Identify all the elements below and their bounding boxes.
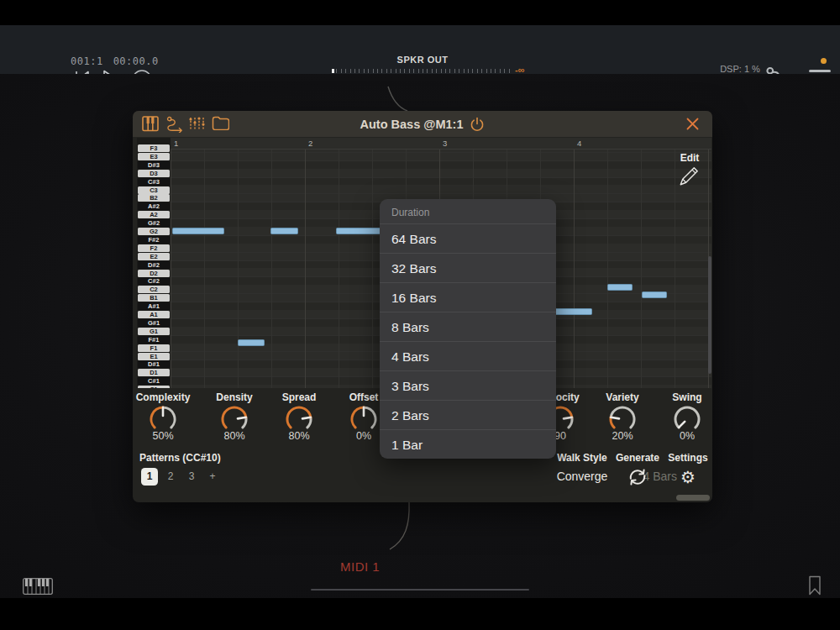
piano-view-button[interactable] [142, 116, 159, 132]
midi-note-F#1[interactable] [238, 339, 265, 346]
piano-key-label: G2 [138, 228, 170, 235]
piano-key-label: F#2 [138, 236, 170, 244]
generate-button[interactable] [627, 466, 648, 488]
meter-ticks-top [332, 69, 513, 73]
piano-key-label: C1 [138, 386, 170, 388]
piano-key-label: F2 [138, 244, 170, 252]
piano-key-label: C#3 [138, 178, 170, 186]
app-screen: ♩120 001:100:00.0 SPKR OUT -60-48-36-24-… [0, 0, 840, 630]
beat-line [372, 150, 373, 388]
window-title: Auto Bass @M1:1 [360, 118, 464, 131]
piano-key-label: A1 [138, 311, 170, 318]
piano-key-label: B2 [138, 194, 170, 202]
steps-view-button[interactable] [188, 116, 206, 132]
horizontal-scrollbar[interactable] [311, 589, 529, 591]
window-scroll-pill[interactable] [676, 495, 710, 501]
menu-notification-dot [821, 58, 827, 64]
piano-key-label: A2 [138, 211, 170, 218]
piano-key-label: G#1 [138, 319, 170, 327]
midi-note-G2[interactable] [172, 228, 224, 234]
window-header[interactable]: Auto Bass @M1:1 [133, 111, 712, 137]
meter-title: SPKR OUT [332, 55, 513, 65]
beat-line [641, 150, 642, 388]
bar-number: 4 [577, 139, 581, 148]
duration-menu-header: Duration [380, 199, 556, 223]
beat-line [204, 150, 205, 388]
piano-key-label: E1 [138, 353, 170, 360]
grid-row [171, 161, 711, 170]
knob-value-complexity: 50% [123, 430, 203, 442]
bar-line [574, 138, 575, 388]
piano-key-label: D#1 [138, 360, 170, 368]
bar-number: 1 [174, 139, 178, 148]
duration-option-4-bars[interactable]: 4 Bars [380, 341, 556, 370]
bookmark-button[interactable] [806, 575, 823, 596]
knob-label-swing: Swing [647, 391, 727, 403]
settings-gear-button[interactable]: ⚙ [671, 466, 705, 488]
piano-key-label: D#2 [138, 261, 170, 269]
main-toolbar: ♩120 001:100:00.0 SPKR OUT -60-48-36-24-… [0, 25, 840, 74]
close-button[interactable] [685, 117, 700, 131]
dsp-load: DSP: 1 % [711, 64, 769, 74]
piano-key-label: A#2 [138, 202, 170, 210]
midi-note-G2[interactable] [270, 228, 298, 234]
piano-key-label: D2 [138, 270, 170, 277]
knob-label-complexity: Complexity [123, 391, 203, 403]
vertical-scrollbar[interactable] [708, 256, 711, 374]
keyboard-panel-button[interactable] [23, 578, 53, 595]
grid-row [171, 186, 711, 195]
duration-option-64-bars[interactable]: 64 Bars [380, 223, 556, 253]
piano-key-label: C#2 [138, 277, 170, 285]
knob-value-swing: 0% [647, 430, 727, 442]
pattern-button-1[interactable]: 1 [141, 468, 158, 486]
pattern-button-+[interactable]: + [204, 468, 221, 486]
routing-view-button[interactable] [165, 116, 185, 133]
piano-key-label: C2 [138, 286, 170, 293]
beat-line [271, 150, 272, 388]
piano-key-label: F#1 [138, 336, 170, 344]
grid-row [171, 153, 711, 161]
piano-key-label: B1 [138, 294, 170, 302]
clock-counter: 00:00.0 [113, 55, 159, 67]
power-button[interactable] [470, 117, 485, 132]
piano-key-label: A#1 [138, 302, 170, 310]
bar-line [305, 138, 306, 388]
piano-key-label: G#2 [138, 219, 170, 227]
bottom-strip [0, 598, 840, 630]
settings-label: Settings [654, 452, 722, 464]
beat-line [238, 150, 239, 388]
duration-option-32-bars[interactable]: 32 Bars [380, 253, 556, 282]
piano-key-label: C#1 [138, 377, 170, 385]
piano-key-label: G1 [138, 328, 170, 335]
bar-ruler[interactable]: 1234 [171, 138, 711, 150]
duration-option-16-bars[interactable]: 16 Bars [380, 282, 556, 312]
piano-key-label: F3 [138, 144, 170, 152]
status-bar-strip [0, 0, 840, 25]
midi-note-C2[interactable] [607, 284, 633, 291]
walk-style-value[interactable]: Converge [549, 470, 616, 483]
duration-option-2-bars[interactable]: 2 Bars [380, 400, 556, 429]
piano-key-label: D1 [138, 369, 170, 376]
piano-keys-column: F3E3D#3D3C#3C3B2A#2A2G#2G2F#2F2E2D#2D2C#… [137, 138, 171, 388]
bar-line [171, 138, 171, 388]
duration-option-3-bars[interactable]: 3 Bars [380, 370, 556, 400]
bar-number: 2 [308, 139, 312, 148]
canvas-stage: MIDI 1 [0, 74, 840, 598]
piano-key-label: E3 [138, 153, 170, 160]
piano-key-label: C3 [138, 186, 170, 194]
bar-number: 3 [443, 139, 447, 148]
beat-line [675, 150, 675, 388]
time-display: 001:100:00.0 [71, 55, 169, 67]
midi-note-B1[interactable] [642, 291, 667, 298]
midi-port-label[interactable]: MIDI 1 [340, 559, 380, 574]
bar-beat-counter: 001:1 [71, 55, 103, 67]
piano-key-label: F1 [138, 344, 170, 352]
beat-line [339, 150, 339, 388]
folder-button[interactable] [212, 116, 229, 130]
grid-row [171, 178, 711, 186]
duration-option-8-bars[interactable]: 8 Bars [380, 312, 556, 341]
pattern-button-3[interactable]: 3 [183, 468, 200, 486]
pattern-button-2[interactable]: 2 [162, 468, 179, 486]
duration-option-1-bar[interactable]: 1 Bar [380, 429, 556, 459]
edit-pencil-icon[interactable] [678, 165, 700, 187]
